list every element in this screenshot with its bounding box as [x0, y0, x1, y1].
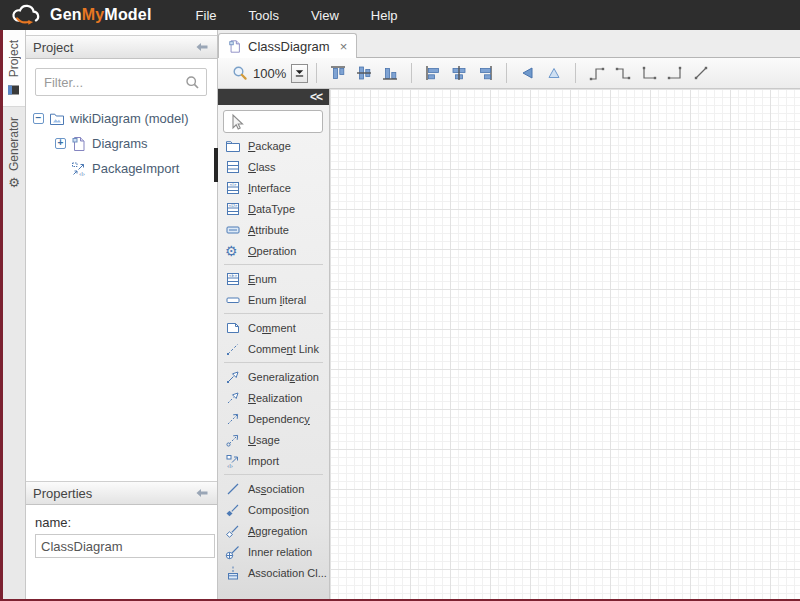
align-left-button[interactable]: [421, 61, 445, 85]
cloud-logo-icon: [10, 2, 44, 28]
palette-item-label: Operation: [248, 245, 296, 257]
palette-item-label: Association: [248, 483, 304, 495]
align-left-icon: [424, 64, 442, 82]
align-right-icon: [476, 64, 494, 82]
connector-step-down-button[interactable]: [611, 61, 635, 85]
genmymodel-logo: GenMyModel: [0, 2, 152, 28]
tree-item-packageimport[interactable]: ‹I›PackageImport: [25, 156, 217, 181]
palette-item-label: Comment Link: [248, 343, 319, 355]
palette-item-import[interactable]: ‹I›Import: [218, 450, 329, 471]
gear-icon: ⚙: [8, 176, 20, 189]
workspace: << PackageClass«I»Interface«D»DataTypeAt…: [218, 89, 800, 599]
palette-item-label: Attribute: [248, 224, 289, 236]
datatype-icon: «D»: [225, 201, 241, 217]
side-tab-project[interactable]: Project: [3, 30, 25, 107]
align-right-button[interactable]: [473, 61, 497, 85]
diagram-canvas[interactable]: [330, 89, 800, 599]
palette-item-usage[interactable]: Usage: [218, 429, 329, 450]
connector-corner-br-button[interactable]: [663, 61, 687, 85]
align-top-button[interactable]: [326, 61, 350, 85]
association-class-icon: [225, 565, 241, 581]
palette-item-label: Realization: [248, 392, 302, 404]
tree-item-wikidiagram[interactable]: −wikiDiagram (model): [25, 106, 217, 131]
tab-classdiagram[interactable]: ClassDiagram ×: [218, 33, 357, 58]
svg-text:«I»: «I»: [230, 182, 237, 187]
interface-icon: «I»: [225, 180, 241, 196]
palette-item-dependency[interactable]: Dependency: [218, 408, 329, 429]
menu-tools[interactable]: Tools: [233, 0, 295, 30]
zoom-dropdown-button[interactable]: [291, 64, 308, 83]
panel-splitter-handle[interactable]: [214, 148, 218, 182]
diagram-page-icon: [228, 39, 242, 54]
connector-oblique-button[interactable]: [689, 61, 713, 85]
palette-item-class[interactable]: Class: [218, 156, 329, 177]
palette-item-realization[interactable]: Realization: [218, 387, 329, 408]
tab-label: ClassDiagram: [248, 39, 330, 54]
side-tab-generator[interactable]: Generator⚙: [3, 107, 25, 197]
palette-item-datatype[interactable]: «D»DataType: [218, 198, 329, 219]
palette-item-association-class[interactable]: Association Cl...: [218, 562, 329, 583]
flip-vertical-button[interactable]: [542, 61, 566, 85]
palette-item-label: Usage: [248, 434, 280, 446]
collapse-panel-arrow-icon[interactable]: [195, 42, 209, 52]
align-center-icon: [450, 64, 468, 82]
align-middle-button[interactable]: [352, 61, 376, 85]
properties-panel-title: Properties: [33, 486, 92, 501]
flip-vertical-icon: [545, 64, 563, 82]
menu-view[interactable]: View: [295, 0, 355, 30]
collapse-icon[interactable]: −: [33, 113, 44, 124]
dependency-icon: [225, 411, 241, 427]
connector-corner-bl-button[interactable]: [637, 61, 661, 85]
tab-close-icon[interactable]: ×: [340, 39, 348, 54]
name-field-input[interactable]: [35, 534, 215, 558]
palette-collapse-button[interactable]: <<: [310, 90, 322, 104]
search-icon: [185, 75, 200, 90]
toolbar-separator: [506, 63, 507, 83]
comment-icon: [225, 320, 241, 336]
align-top-icon: [329, 64, 347, 82]
project-panel-title: Project: [33, 40, 73, 55]
import-icon: ‹I›: [225, 453, 241, 469]
palette-item-inner-relation[interactable]: Inner relation: [218, 541, 329, 562]
palette-item-comment-link[interactable]: Comment Link: [218, 338, 329, 359]
palette-item-label: Enum literal: [248, 294, 306, 306]
palette-item-interface[interactable]: «I»Interface: [218, 177, 329, 198]
enum-icon: «E»: [225, 271, 241, 287]
palette-item-comment[interactable]: Comment: [218, 317, 329, 338]
usage-icon: [225, 432, 241, 448]
collapse-properties-arrow-icon[interactable]: [195, 488, 209, 498]
palette-separator: [224, 313, 323, 314]
palette-item-enum-literal[interactable]: Enum literal: [218, 289, 329, 310]
aggregation-icon: [225, 523, 241, 539]
palette-item-generalization[interactable]: Generalization: [218, 366, 329, 387]
menu-help[interactable]: Help: [355, 0, 414, 30]
menu-file[interactable]: File: [180, 0, 233, 30]
align-center-button[interactable]: [447, 61, 471, 85]
model-folder-icon: [49, 111, 65, 127]
palette-select-tool[interactable]: [223, 110, 323, 133]
palette-item-label: Package: [248, 140, 291, 152]
palette-item-package[interactable]: Package: [218, 135, 329, 156]
palette-item-operation[interactable]: ⚙Operation: [218, 240, 329, 261]
flip-horizontal-button[interactable]: [516, 61, 540, 85]
palette-item-enum[interactable]: «E»Enum: [218, 268, 329, 289]
align-bottom-button[interactable]: [378, 61, 402, 85]
filter-input[interactable]: [42, 74, 185, 91]
operation-icon: ⚙: [225, 243, 241, 259]
palette-item-label: Enum: [248, 273, 277, 285]
palette-item-label: Dependency: [248, 413, 310, 425]
connector-step-up-button[interactable]: [585, 61, 609, 85]
tree-item-label: wikiDiagram (model): [70, 111, 188, 126]
palette-item-aggregation[interactable]: Aggregation: [218, 520, 329, 541]
connector-corner-bl-icon: [640, 64, 658, 82]
align-middle-icon: [355, 64, 373, 82]
palette-item-composition[interactable]: Composition: [218, 499, 329, 520]
palette-item-attribute[interactable]: Attribute: [218, 219, 329, 240]
expand-icon[interactable]: +: [55, 138, 66, 149]
palette-item-association[interactable]: Association: [218, 478, 329, 499]
align-bottom-icon: [381, 64, 399, 82]
tree-item-diagrams[interactable]: +Diagrams: [25, 131, 217, 156]
connector-corner-br-icon: [666, 64, 684, 82]
comment-link-icon: [225, 341, 241, 357]
palette-item-label: Comment: [248, 322, 296, 334]
